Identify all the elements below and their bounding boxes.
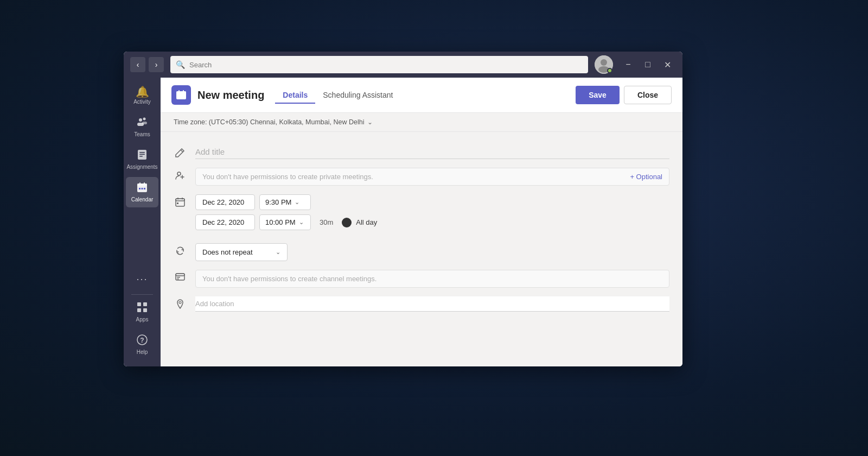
sidebar-item-more[interactable]: ···	[126, 270, 158, 290]
svg-rect-25	[176, 91, 186, 94]
activity-icon: 🔔	[136, 86, 149, 97]
svg-point-38	[179, 301, 181, 303]
svg-point-28	[177, 172, 181, 175]
form-scroll: You don't have permissions to create pri…	[161, 132, 682, 366]
help-icon: ?	[136, 334, 148, 347]
attendees-row: You don't have permissions to create pri…	[161, 163, 682, 190]
svg-rect-21	[143, 308, 147, 312]
sidebar-label-assignments: Assignments	[126, 164, 157, 170]
datetime-icon	[174, 195, 187, 208]
end-time-select[interactable]: 10:00 PM ⌄	[259, 214, 311, 230]
window-close-button[interactable]: ✕	[659, 56, 676, 73]
search-bar: 🔍	[170, 56, 588, 73]
svg-rect-26	[178, 90, 180, 92]
nav-buttons: ‹ ›	[130, 57, 164, 72]
attendees-placeholder: You don't have permissions to create pri…	[202, 173, 373, 181]
start-datetime-row: Dec 22, 2020 9:30 PM ⌄	[195, 194, 669, 210]
start-time-select[interactable]: 9:30 PM ⌄	[259, 194, 311, 210]
svg-rect-16	[142, 188, 143, 189]
location-input[interactable]	[195, 296, 669, 312]
svg-rect-30	[176, 199, 184, 201]
form-tabs: Details Scheduling Assistant	[275, 86, 576, 104]
end-datetime-row: Dec 22, 2020 10:00 PM ⌄ 30m All day	[195, 214, 669, 230]
sidebar-item-help[interactable]: ? Help	[126, 330, 158, 360]
channel-input[interactable]: You don't have permissions to create cha…	[195, 270, 669, 288]
svg-text:?: ?	[140, 337, 144, 344]
timezone-chevron-icon[interactable]: ⌄	[367, 118, 373, 126]
app-window: ‹ › 🔍 − □ ✕ 🔔 Activity	[124, 52, 682, 366]
attendees-input[interactable]: You don't have permissions to create pri…	[195, 168, 669, 186]
svg-rect-20	[137, 308, 141, 312]
main-layout: 🔔 Activity Teams	[124, 78, 682, 366]
location-content	[195, 296, 669, 312]
sidebar-item-teams[interactable]: Teams	[126, 112, 158, 142]
sidebar-divider	[131, 294, 153, 295]
sidebar-label-help: Help	[137, 349, 148, 356]
sidebar-item-apps[interactable]: Apps	[126, 297, 158, 327]
sidebar-label-calendar: Calendar	[131, 197, 154, 203]
start-time-value: 9:30 PM	[265, 198, 291, 206]
maximize-button[interactable]: □	[639, 56, 656, 73]
svg-rect-37	[177, 278, 179, 280]
back-button[interactable]: ‹	[130, 57, 145, 72]
minimize-button[interactable]: −	[620, 56, 637, 73]
avatar-status-indicator	[607, 68, 612, 73]
sidebar-label-activity: Activity	[133, 99, 151, 105]
form-actions: Save Close	[576, 86, 672, 104]
end-date-input[interactable]: Dec 22, 2020	[195, 214, 255, 230]
datetime-content: Dec 22, 2020 9:30 PM ⌄ Dec 22, 2020 10:0…	[195, 194, 669, 235]
sidebar-label-teams: Teams	[134, 131, 150, 138]
svg-rect-17	[144, 188, 145, 189]
all-day-label: All day	[356, 218, 377, 226]
tab-scheduling[interactable]: Scheduling Assistant	[315, 86, 400, 104]
location-icon	[174, 297, 187, 311]
channel-placeholder: You don't have permissions to create cha…	[202, 275, 376, 283]
channel-icon	[174, 271, 187, 284]
svg-rect-32	[182, 198, 183, 200]
meeting-title: New meeting	[197, 89, 264, 102]
svg-point-4	[143, 118, 146, 121]
pencil-icon	[174, 146, 187, 159]
svg-rect-36	[177, 277, 180, 278]
all-day-toggle[interactable]	[342, 218, 352, 227]
title-content	[195, 145, 669, 159]
tab-details[interactable]: Details	[275, 86, 315, 104]
avatar-wrap	[595, 55, 613, 74]
assignments-icon	[136, 149, 148, 162]
svg-point-1	[601, 59, 607, 66]
calendar-icon	[136, 181, 148, 195]
svg-rect-13	[139, 182, 141, 185]
optional-button[interactable]: + Optional	[630, 173, 662, 181]
forward-button[interactable]: ›	[149, 57, 164, 72]
svg-rect-33	[177, 202, 178, 204]
close-button[interactable]: Close	[624, 86, 672, 104]
more-icon: ···	[136, 274, 148, 284]
sidebar-item-assignments[interactable]: Assignments	[126, 144, 158, 175]
form-header: New meeting Details Scheduling Assistant…	[161, 78, 682, 113]
apps-icon	[136, 301, 148, 315]
save-button[interactable]: Save	[576, 86, 620, 104]
sidebar-item-calendar[interactable]: Calendar	[126, 177, 158, 207]
repeat-value: Does not repeat	[202, 248, 253, 256]
repeat-chevron-icon: ⌄	[276, 249, 280, 256]
svg-rect-12	[137, 183, 147, 186]
search-icon: 🔍	[176, 60, 185, 69]
sidebar: 🔔 Activity Teams	[124, 78, 161, 366]
duration-badge: 30m	[315, 216, 337, 229]
title-input[interactable]	[195, 145, 669, 159]
repeat-select[interactable]: Does not repeat ⌄	[195, 243, 288, 261]
svg-rect-31	[177, 198, 178, 200]
sidebar-item-activity[interactable]: 🔔 Activity	[126, 82, 158, 110]
svg-rect-9	[139, 154, 145, 155]
svg-point-3	[139, 118, 142, 122]
svg-rect-15	[139, 188, 141, 189]
attendees-content: You don't have permissions to create pri…	[195, 168, 669, 186]
start-date-input[interactable]: Dec 22, 2020	[195, 194, 255, 210]
search-input[interactable]	[189, 61, 583, 69]
repeat-content: Does not repeat ⌄	[195, 243, 669, 261]
end-time-value: 10:00 PM	[265, 218, 296, 226]
svg-rect-19	[143, 302, 147, 306]
title-row	[161, 141, 682, 163]
location-row	[161, 292, 682, 316]
svg-rect-8	[139, 152, 145, 153]
